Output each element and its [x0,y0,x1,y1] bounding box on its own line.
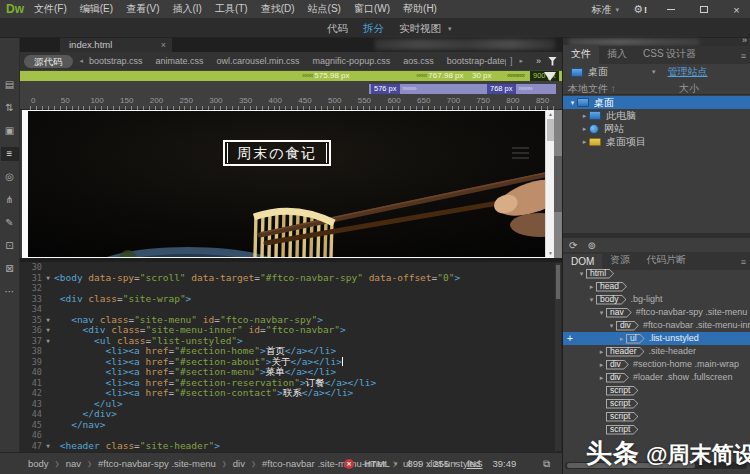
collapse-icon[interactable]: ▾ [577,267,586,280]
related-file[interactable]: animate.css [156,56,204,66]
scrollbar-thumb[interactable] [556,265,560,299]
manage-sites-link[interactable]: 管理站点 [668,65,708,79]
view-mode-button[interactable]: 拆分 [363,22,384,36]
related-file[interactable]: aos.css [403,56,434,66]
expand-icon[interactable]: ▸ [597,371,606,384]
collapse-panels-icon[interactable]: » [742,35,747,45]
collapse-icon[interactable]: ▾ [568,96,577,109]
close-icon[interactable]: × [161,38,166,52]
source-code-button[interactable]: 源代码 [24,55,73,68]
live-view-source-icon[interactable]: ⊚ [587,240,595,251]
inspect-mode-icon[interactable]: ◎ [1,170,19,184]
menu-item-0[interactable]: 文件(F) [34,2,67,16]
file-tree-item[interactable]: ▸此电脑 [563,109,750,122]
code-fold-icon[interactable]: ▼ [42,273,54,284]
document-tab[interactable]: index.html × [60,38,172,52]
hero-title-box[interactable]: 周末の食记 [223,140,331,166]
remove-comment-icon[interactable]: ⊠ [1,262,19,276]
window-size-selector[interactable]: 899 x 255▾ [407,458,456,469]
format-source-icon[interactable]: ≡ [1,147,19,161]
close-button[interactable]: × [727,2,746,17]
scroll-right-icon[interactable]: ▸ [519,57,523,65]
file-management-icon[interactable]: ⇅ [1,101,19,115]
code-view[interactable]: 3031▼<body data-spy="scroll" data-target… [20,262,562,452]
related-file[interactable]: bootstrap-datepicker.css [447,56,506,66]
minimize-button[interactable] [661,2,680,17]
more-options-icon[interactable]: ⋯ [1,285,19,299]
local-files-header[interactable]: 本地文件 ↑ [568,82,616,96]
maximize-button[interactable] [694,2,713,17]
menu-item-1[interactable]: 编辑(E) [80,2,113,16]
breadcrumb-item[interactable]: #ftco-navbar-spy .site-menu [98,458,216,469]
open-documents-icon[interactable]: ▤ [1,78,19,92]
code-line[interactable]: 33 <div class="site-wrap"> [20,294,562,305]
dom-tree-item[interactable]: ▸div#section-home .main-wrap [563,358,750,371]
dom-tree-item[interactable]: ▸head [563,280,750,293]
expand-icon[interactable]: ▸ [580,135,589,148]
collapse-icon[interactable]: ▾ [607,319,616,332]
error-icon[interactable]: ✕ [344,459,354,469]
view-mode-button[interactable]: 实时视图 [399,22,441,36]
view-mode-button[interactable]: 代码 [327,22,348,36]
code-line[interactable]: 34 [20,304,562,315]
viewport-scrubber-handle[interactable] [544,72,556,81]
breadcrumb-item[interactable]: div [233,458,245,469]
dom-tree-item[interactable]: ▾html [563,267,750,280]
code-line[interactable]: 31▼<body data-spy="scroll" data-target="… [20,273,562,284]
related-file[interactable]: magnific-popup.css [313,56,391,66]
menu-item-4[interactable]: 工具(T) [215,2,248,16]
dom-tree-item[interactable]: script [563,423,750,436]
dom-tree-item[interactable]: ▸div#loader .show .fullscreen [563,371,750,384]
doc-type-selector[interactable]: HTML▾ [364,458,397,469]
code-fold-icon[interactable]: ▼ [42,325,54,336]
dom-tree-item[interactable]: script [563,410,750,423]
code-fold-icon[interactable]: ▼ [42,441,54,452]
file-tree-item[interactable]: ▸桌面项目 [563,135,750,148]
dom-tree-item[interactable]: ▾div#ftco-navbar .site-menu-inner [563,319,750,332]
code-line[interactable]: 42 <li><a href="#section-contact">联系</a>… [20,388,562,399]
code-line[interactable]: 43 </ul> [20,399,562,410]
live-preview-icon[interactable]: ▣ [1,124,19,138]
tab-CSS 设计器[interactable]: CSS 设计器 [635,45,704,64]
dom-tree-item[interactable]: ▾body.bg-light [563,293,750,306]
expand-icon[interactable]: ▸ [580,122,589,135]
collapse-icon[interactable]: ▾ [597,306,606,319]
dom-tree-item[interactable]: ▾nav#ftco-navbar-spy .site-menu [563,306,750,319]
apply-comment-icon[interactable]: ⊡ [1,239,19,253]
code-line[interactable]: 38 <li><a href="#section-home">首页</a></l… [20,346,562,357]
breadcrumb-item[interactable]: nav [66,458,81,469]
code-scrollbar[interactable] [555,263,561,451]
code-line[interactable]: 41 <li><a href="#section-reservation">订餐… [20,378,562,389]
file-tree-item[interactable]: ▸网站 [563,122,750,135]
refresh-icon[interactable]: ⟳ [569,240,577,251]
code-fold-icon[interactable]: ▼ [42,315,54,326]
extract-icon[interactable]: ⋔ [1,193,19,207]
related-file[interactable]: bootstrap.css [89,56,143,66]
code-line[interactable]: 30 [20,262,562,273]
dom-tree-item[interactable]: script [563,397,750,410]
code-fold-icon[interactable]: ▼ [42,336,54,347]
chevron-down-icon[interactable]: ▾ [448,25,452,33]
chevron-down-icon[interactable]: ▾ [652,68,656,76]
collapse-icon[interactable]: ▾ [587,293,596,306]
expand-icon[interactable]: ▸ [587,280,596,293]
panel-menu-icon[interactable]: ≡ [741,257,746,267]
sync-settings-button[interactable]: ⚙! [633,3,647,16]
menu-item-6[interactable]: 站点(S) [308,2,341,16]
scroll-left-icon[interactable]: ◂ [80,57,84,65]
expand-icon[interactable]: ▸ [597,358,606,371]
code-line[interactable]: 36▼ <div class="site-menu-inner" id="ftc… [20,325,562,336]
media-query-green-bar[interactable]: «««575.98 px «««767.98 px 30 px ««««« 90… [20,71,562,81]
code-line[interactable]: 45 </nav> [20,420,562,431]
dom-tree-item[interactable]: +▸ul.list-unstyled [563,332,750,345]
dom-tree-item[interactable]: script [563,384,750,397]
code-line[interactable]: 47▼ <header class="site-header"> [20,441,562,452]
media-query-purple-bar[interactable]: 576 px »»»» 768 px »»»» [369,84,556,94]
expand-icon[interactable]: ▸ [617,332,626,345]
file-tree-item[interactable]: ▾桌面 [563,96,750,109]
breadcrumb-item[interactable]: body [28,458,49,469]
workspace-switcher[interactable]: 标准 ▾ [592,3,620,17]
code-line[interactable]: 39 <li><a href="#section-about">关于</a></… [20,357,562,368]
add-element-button[interactable]: + [564,332,576,345]
filter-icon[interactable] [548,57,557,66]
